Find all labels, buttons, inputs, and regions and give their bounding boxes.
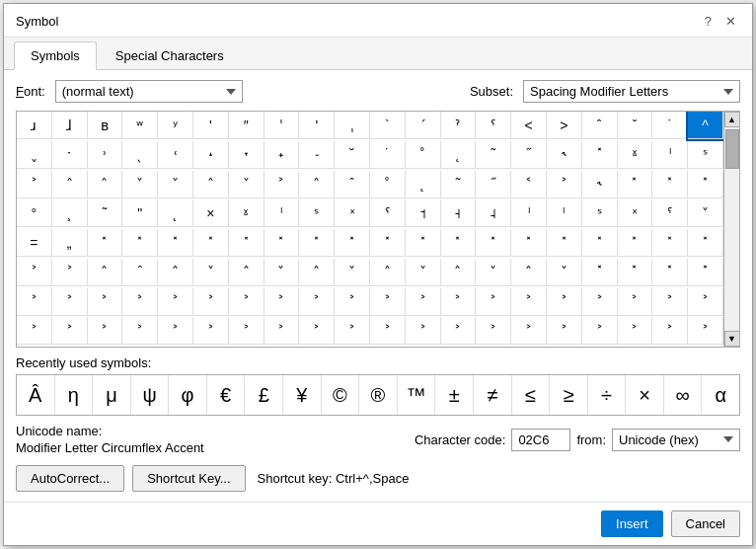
symbol-cell[interactable]: ˢ [582, 199, 618, 227]
symbol-cell[interactable]: ˟ [547, 229, 582, 257]
subset-select[interactable]: Spacing Modifier Letters [523, 80, 740, 103]
symbol-cell[interactable]: ˃ [441, 317, 477, 345]
symbol-cell[interactable]: ˟ [335, 229, 370, 257]
recently-used-cell[interactable]: ψ [131, 375, 170, 415]
recently-used-cell[interactable]: ≠ [474, 375, 512, 415]
symbol-cell[interactable]: ' [299, 112, 335, 139]
symbol-cell[interactable]: ˟ [582, 141, 618, 169]
symbol-cell[interactable]: ˄ [299, 171, 335, 198]
symbol-cell[interactable]: ˧ [441, 199, 477, 227]
symbol-cell[interactable]: ^ [688, 112, 723, 139]
symbol-cell[interactable]: ɹ [17, 112, 52, 139]
symbol-cell[interactable]: ˅ [265, 259, 300, 286]
symbol-cell[interactable]: " [122, 199, 158, 227]
symbol-cell[interactable]: ˟ [511, 229, 547, 257]
symbol-cell[interactable]: ˇ [618, 112, 653, 139]
symbol-cell[interactable]: ˃ [582, 317, 618, 345]
symbol-cell[interactable]: ˟ [406, 229, 441, 257]
symbol-cell[interactable]: ˈ [265, 112, 300, 139]
symbol-cell[interactable]: ˃ [193, 288, 229, 316]
tab-special-characters[interactable]: Special Characters [99, 41, 241, 69]
symbol-cell[interactable]: ˟ [688, 171, 723, 198]
symbol-cell[interactable]: ˠ [229, 199, 265, 227]
symbol-cell[interactable]: ˃ [618, 288, 653, 316]
symbol-cell[interactable]: ˟ [265, 229, 300, 257]
symbol-cell[interactable]: < [511, 112, 547, 139]
symbol-cell[interactable]: ˃ [122, 288, 158, 316]
recently-used-cell[interactable]: ¥ [283, 375, 322, 415]
symbol-cell[interactable]: ˢ [299, 199, 335, 227]
symbol-cell[interactable]: ˟ [158, 229, 193, 257]
symbol-cell[interactable]: ˅ [476, 259, 511, 286]
symbol-cell[interactable]: ˆ [122, 259, 158, 286]
symbol-cell[interactable]: ˅ [158, 171, 193, 198]
symbol-cell[interactable]: ˚ [406, 141, 441, 169]
font-select[interactable]: (normal text) [55, 80, 243, 103]
symbol-cell[interactable]: ˃ [688, 288, 723, 316]
symbol-cell[interactable]: ¸ [52, 199, 88, 227]
symbol-cell[interactable]: ˝ [476, 171, 511, 198]
symbol-cell[interactable]: ˟ [193, 229, 229, 257]
recently-used-cell[interactable]: € [207, 375, 246, 415]
symbol-cell[interactable]: ˃ [122, 317, 158, 345]
symbol-cell[interactable]: ˡ [511, 199, 547, 227]
symbol-cell[interactable]: ˤ [652, 199, 688, 227]
symbol-cell[interactable]: ˃ [652, 317, 688, 345]
symbol-cell[interactable]: ˒ [88, 141, 123, 169]
symbol-cell[interactable]: ˢ [688, 141, 723, 169]
symbol-cell[interactable]: ˃ [511, 288, 547, 316]
symbol-cell[interactable]: ˬ [17, 141, 52, 169]
symbol-cell[interactable]: ˃ [229, 317, 265, 345]
symbol-cell[interactable]: ˅ [229, 171, 265, 198]
symbol-cell[interactable]: ˕ [229, 141, 265, 169]
symbol-cell[interactable]: ˟ [441, 229, 477, 257]
symbol-cell[interactable]: ˄ [229, 259, 265, 286]
symbol-cell[interactable]: ˟ [582, 259, 618, 286]
symbol-cell[interactable]: ˃ [52, 288, 88, 316]
symbol-cell[interactable]: ˃ [265, 288, 300, 316]
symbol-cell[interactable]: ˡ [265, 199, 300, 227]
symbol-cell[interactable]: ˜ [441, 171, 477, 198]
symbol-cell[interactable]: ˗ [299, 141, 335, 169]
charcode-input[interactable] [511, 429, 570, 451]
symbol-cell[interactable]: ˦ [406, 199, 441, 227]
close-button[interactable]: ✕ [721, 12, 740, 31]
symbol-cell[interactable]: ˑ [52, 141, 88, 169]
symbol-cell[interactable]: ˟ [299, 229, 335, 257]
recently-used-cell[interactable]: ≤ [512, 375, 551, 415]
symbol-cell[interactable]: ` [370, 112, 406, 139]
symbol-cell[interactable]: ˃ [158, 317, 193, 345]
recently-used-cell[interactable]: φ [169, 375, 207, 415]
symbol-cell[interactable]: ˠ [618, 141, 653, 169]
symbol-cell[interactable]: ˄ [88, 259, 123, 286]
symbol-cell[interactable]: ˃ [17, 288, 52, 316]
symbol-cell[interactable]: ˃ [17, 259, 52, 286]
symbol-cell[interactable]: ˄ [441, 259, 477, 286]
symbol-cell[interactable]: ˄ [370, 259, 406, 286]
symbol-cell[interactable]: ˀ [441, 112, 477, 139]
symbol-cell[interactable]: ' [193, 112, 229, 139]
symbol-cell[interactable]: ˞ [547, 141, 582, 169]
symbol-cell[interactable]: ˃ [265, 171, 300, 198]
symbol-cell[interactable]: ˃ [52, 317, 88, 345]
symbol-cell[interactable]: ˜ [88, 199, 123, 227]
symbol-cell[interactable]: ˓ [158, 141, 193, 169]
symbol-cell[interactable]: ˙ [370, 141, 406, 169]
symbol-cell[interactable]: = [17, 229, 52, 257]
symbol-cell[interactable]: ˃ [441, 288, 477, 316]
symbol-cell[interactable]: ˃ [335, 288, 370, 316]
symbol-cell[interactable]: ˃ [370, 288, 406, 316]
symbol-cell[interactable]: ˃ [265, 317, 300, 345]
recently-used-cell[interactable]: μ [93, 375, 131, 415]
symbol-cell[interactable]: ˁ [476, 112, 511, 139]
autocorrect-button[interactable]: AutoCorrect... [16, 465, 124, 492]
symbol-cell[interactable]: ˃ [406, 288, 441, 316]
symbol-cell[interactable]: ˅ [122, 171, 158, 198]
symbol-cell[interactable]: ˃ [476, 317, 511, 345]
symbol-cell[interactable]: ˃ [406, 317, 441, 345]
symbol-cell[interactable]: ˄ [52, 171, 88, 198]
symbol-cell[interactable]: ˅ [547, 259, 582, 286]
scroll-down-btn[interactable]: ▼ [724, 331, 740, 347]
symbol-cell[interactable]: ˃ [476, 288, 511, 316]
symbol-cell[interactable]: ˌ [335, 112, 370, 139]
